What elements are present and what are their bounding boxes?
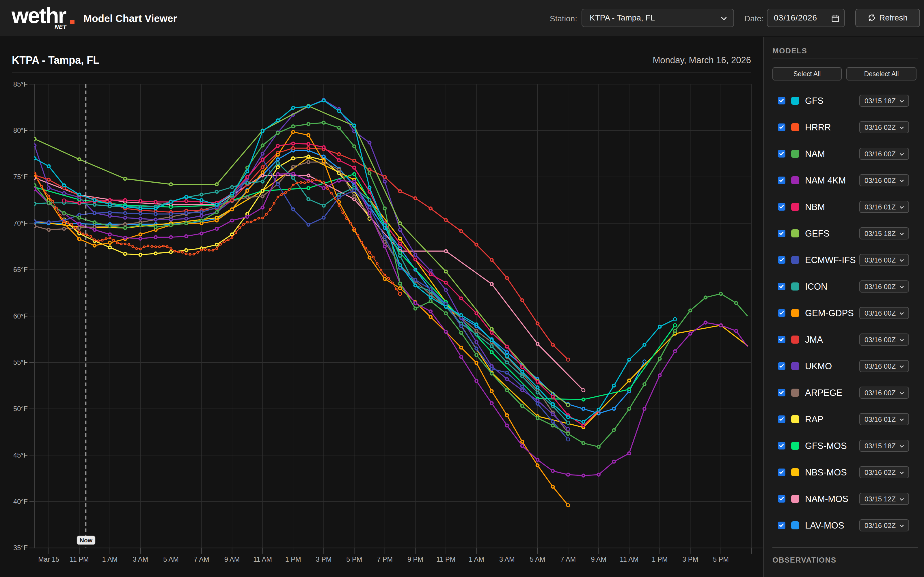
svg-text:9 AM: 9 AM	[591, 556, 606, 563]
svg-text:7 PM: 7 PM	[377, 556, 393, 563]
svg-text:5 PM: 5 PM	[346, 556, 362, 563]
svg-text:Mar 15: Mar 15	[38, 556, 59, 563]
svg-text:3 AM: 3 AM	[499, 556, 515, 563]
svg-text:1 AM: 1 AM	[102, 556, 118, 563]
svg-text:40°F: 40°F	[13, 498, 28, 506]
svg-text:3 PM: 3 PM	[682, 556, 698, 563]
svg-text:60°F: 60°F	[13, 313, 28, 320]
svg-text:11 PM: 11 PM	[70, 556, 89, 563]
svg-text:11 PM: 11 PM	[436, 556, 456, 563]
svg-text:5 PM: 5 PM	[713, 556, 729, 563]
svg-text:50°F: 50°F	[13, 405, 28, 413]
svg-text:11 AM: 11 AM	[620, 556, 639, 563]
svg-text:7 AM: 7 AM	[561, 556, 576, 563]
svg-text:45°F: 45°F	[13, 451, 28, 459]
svg-text:35°F: 35°F	[13, 544, 28, 551]
svg-text:3 PM: 3 PM	[316, 556, 332, 563]
svg-text:55°F: 55°F	[13, 359, 28, 366]
svg-text:11 AM: 11 AM	[253, 556, 272, 563]
svg-text:1 AM: 1 AM	[468, 556, 484, 563]
svg-text:Monday, March 16, 2026: Monday, March 16, 2026	[653, 55, 751, 65]
svg-text:KTPA - Tampa, FL: KTPA - Tampa, FL	[12, 54, 99, 66]
svg-text:70°F: 70°F	[13, 219, 28, 227]
svg-text:7 AM: 7 AM	[194, 556, 209, 563]
svg-text:Now: Now	[80, 537, 93, 543]
svg-text:9 AM: 9 AM	[225, 556, 240, 563]
svg-text:5 AM: 5 AM	[530, 556, 546, 563]
svg-text:1 PM: 1 PM	[652, 556, 667, 563]
svg-text:65°F: 65°F	[13, 266, 28, 274]
svg-text:9 PM: 9 PM	[407, 556, 423, 563]
svg-text:75°F: 75°F	[13, 173, 28, 181]
svg-text:3 AM: 3 AM	[132, 556, 148, 563]
svg-text:5 AM: 5 AM	[163, 556, 179, 563]
svg-text:1 PM: 1 PM	[285, 556, 301, 563]
svg-text:80°F: 80°F	[13, 127, 28, 134]
svg-text:85°F: 85°F	[13, 81, 28, 88]
